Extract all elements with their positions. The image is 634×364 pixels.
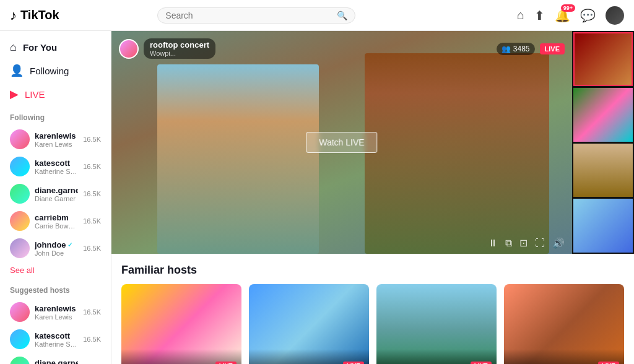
thumbnail-4[interactable] xyxy=(573,199,633,253)
host-card-2[interactable]: 5.3K viewers LIVE Had so much fun with t… xyxy=(249,284,369,364)
host-info: rooftop concert Wowpi... xyxy=(119,38,215,59)
user-handle: Carrie Bowman xyxy=(35,222,78,230)
avatar xyxy=(10,211,30,231)
upload-icon[interactable]: ⬆ xyxy=(534,8,545,23)
nav-for-you-label: For You xyxy=(23,42,57,53)
live-nav-icon: ▶ xyxy=(10,87,19,101)
video-player[interactable]: rooftop concert Wowpi... 👥 3485 LIVE xyxy=(111,31,572,254)
watch-live-button[interactable]: Watch LIVE xyxy=(306,132,377,153)
fullscreen-icon[interactable]: ⛶ xyxy=(535,238,545,249)
verified-icon: ✓ xyxy=(77,132,79,139)
username: karenlewis ✓ xyxy=(35,131,78,141)
side-thumbnails xyxy=(572,31,634,254)
avatar xyxy=(10,357,30,364)
suggested-section-label: Suggested hosts xyxy=(0,279,111,298)
user-handle: John Doe xyxy=(35,249,78,257)
familiar-hosts-section: Familiar hosts 11.6K viewers LIVE Celtic… xyxy=(111,254,634,364)
header-icons: ⌂ ⬆ 🔔 99+ 💬 xyxy=(517,6,624,25)
user-info: diane.garner ✓ Diane Garner xyxy=(35,358,78,365)
avatar xyxy=(10,238,30,258)
avatar xyxy=(10,129,30,149)
avatar xyxy=(10,157,30,176)
suggested-user-2[interactable]: katescott Katherine Scott 16.5K xyxy=(0,326,111,353)
suggested-user-1[interactable]: karenlewis ✓ Karen Lewis 16.5K xyxy=(0,298,111,326)
user-handle: Katherine Scott xyxy=(35,340,78,348)
follower-count: 16.5K xyxy=(83,308,101,316)
username: diane.garner ✓ xyxy=(35,358,78,365)
user-handle: Diane Garner xyxy=(35,195,78,202)
follower-count: 16.5K xyxy=(83,136,101,143)
follower-count: 16.5K xyxy=(83,336,101,343)
user-handle: Katherine Scott xyxy=(35,168,78,175)
logo[interactable]: ♪ TikTok xyxy=(10,7,72,24)
user-info: karenlewis ✓ Karen Lewis xyxy=(35,304,78,321)
user-info: karenlewis ✓ Karen Lewis xyxy=(35,131,78,148)
user-avatar[interactable] xyxy=(606,6,624,25)
username: karenlewis ✓ xyxy=(35,304,78,313)
following-section-label: Following xyxy=(0,106,111,126)
following-user-4[interactable]: carriebm Carrie Bowman 16.5K xyxy=(0,207,111,235)
following-user-5[interactable]: johndoe ✓ John Doe 16.5K xyxy=(0,235,111,262)
nav-following-label: Following xyxy=(30,66,69,76)
username: katescott xyxy=(35,158,78,168)
user-handle: Karen Lewis xyxy=(35,313,78,321)
volume-icon[interactable]: 🔊 xyxy=(552,237,565,249)
host-card-3[interactable]: 44.5K viewers LIVE Follow us for more va… xyxy=(376,284,497,364)
viewers-icon: 👥 xyxy=(502,45,511,53)
user-info: katescott Katherine Scott xyxy=(35,331,78,348)
follower-count: 16.5K xyxy=(83,245,101,252)
avatar xyxy=(10,184,30,204)
host-card-4[interactable]: 6K viewers LIVE Soaking up the gorgeous … xyxy=(504,284,624,364)
following-user-2[interactable]: katescott Katherine Scott 16.5K xyxy=(0,153,111,180)
search-icon: 🔍 xyxy=(337,11,347,20)
nav-for-you[interactable]: ⌂ For You xyxy=(0,36,111,59)
following-user-1[interactable]: karenlewis ✓ Karen Lewis 16.5K xyxy=(0,126,111,153)
thumbnail-3[interactable] xyxy=(573,144,633,197)
main-content: rooftop concert Wowpi... 👥 3485 LIVE xyxy=(111,31,634,364)
video-stats: 👥 3485 LIVE xyxy=(497,43,565,55)
messages-icon[interactable]: 💬 xyxy=(580,8,596,23)
nav-live-label: LIVE xyxy=(25,89,45,100)
pause-icon[interactable]: ⏸ xyxy=(488,238,498,249)
home-icon[interactable]: ⌂ xyxy=(517,8,524,22)
host-live-badge: LIVE xyxy=(471,362,492,365)
picture-in-picture-icon[interactable]: ⧉ xyxy=(505,238,512,249)
follower-count: 16.5K xyxy=(83,163,101,170)
follower-count: 16.5K xyxy=(83,217,101,225)
thumbnail-1[interactable] xyxy=(573,32,633,86)
video-controls: ⏸ ⧉ ⊡ ⛶ 🔊 xyxy=(119,237,565,249)
see-all-link[interactable]: See all xyxy=(0,262,111,279)
avatar xyxy=(10,329,30,349)
home-nav-icon: ⌂ xyxy=(10,41,17,54)
username: johndoe ✓ xyxy=(35,240,78,249)
main-layout: ⌂ For You 👤 Following ▶ LIVE Following k… xyxy=(0,31,634,364)
host-card-1[interactable]: 11.6K viewers LIVE Celtics @ Heat | NBA … xyxy=(121,284,241,364)
live-badge: LIVE xyxy=(540,43,565,54)
nav-live[interactable]: ▶ LIVE xyxy=(0,82,111,106)
viewers-badge: 👥 3485 xyxy=(497,43,535,55)
host-live-badge: LIVE xyxy=(343,362,364,365)
following-user-3[interactable]: diane.garner ✓ Diane Garner 16.5K xyxy=(0,180,111,207)
familiar-hosts-title: Familiar hosts xyxy=(121,264,624,277)
nav-following[interactable]: 👤 Following xyxy=(0,59,111,82)
user-info: diane.garner ✓ Diane Garner xyxy=(35,186,78,202)
avatar xyxy=(10,302,30,322)
follower-count: 16.5K xyxy=(83,190,101,197)
logo-icon: ♪ xyxy=(10,7,17,24)
user-info: johndoe ✓ John Doe xyxy=(35,240,78,257)
thumbnail-2[interactable] xyxy=(573,88,633,142)
hosts-grid: 11.6K viewers LIVE Celtics @ Heat | NBA … xyxy=(121,284,624,364)
user-handle: Karen Lewis xyxy=(35,141,78,148)
host-live-badge: LIVE xyxy=(215,362,237,365)
username: carriebm xyxy=(35,213,78,222)
verified-icon: ✓ xyxy=(67,241,72,248)
screen-capture-icon[interactable]: ⊡ xyxy=(519,237,528,249)
search-bar[interactable]: 🔍 xyxy=(157,7,355,24)
host-avatar xyxy=(119,39,139,59)
live-video-section: rooftop concert Wowpi... 👥 3485 LIVE xyxy=(111,31,634,254)
suggested-user-3[interactable]: diane.garner ✓ Diane Garner 16.5K xyxy=(0,353,111,364)
search-input[interactable] xyxy=(165,11,332,20)
user-info: katescott Katherine Scott xyxy=(35,158,78,175)
notification-badge: 99+ xyxy=(561,4,575,12)
notification-icon[interactable]: 🔔 99+ xyxy=(555,8,570,23)
